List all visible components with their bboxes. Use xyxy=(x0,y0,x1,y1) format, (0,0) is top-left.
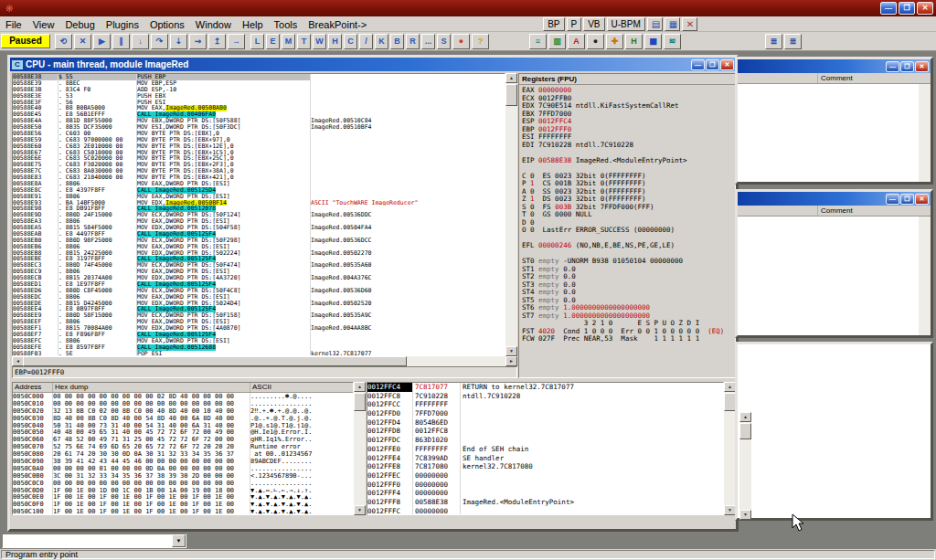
dump-row[interactable]: 0050C01000 00 00 00 00 00 00 00 00 00 00… xyxy=(13,400,353,407)
stack-row[interactable]: 0012FFF800588E38ImageRed.<ModuleEntryPoi… xyxy=(367,498,723,507)
minimize-button[interactable]: — xyxy=(880,2,897,15)
dump-row[interactable]: 0050C08020 61 74 20 30 30 0D 0A 30 31 32… xyxy=(13,450,353,458)
disasm-row[interactable]: 00588EEF. 8B06MOV EAX,DWORD PTR DS:[ESI] xyxy=(13,319,505,325)
disasm-row[interactable]: 00588EDC. 8B06MOV EAX,DWORD PTR DS:[ESI] xyxy=(13,294,505,301)
plugin-button-7[interactable]: ▦ xyxy=(644,34,662,49)
disasm-row[interactable]: 00588EF7. E8 F896F8FFCALL ImageRed.00512… xyxy=(13,332,505,338)
scroll-thumb[interactable] xyxy=(505,84,517,106)
log-icon[interactable]: ▤ xyxy=(647,17,663,31)
stack-row[interactable]: 0012FFF000000000 xyxy=(367,481,723,490)
dump-row[interactable]: 0050C0D01F 00 1E 00 1D 00 1C 00 1B 00 1A… xyxy=(13,487,353,494)
handles-button[interactable]: H xyxy=(328,34,342,49)
side2-close-button[interactable]: ✕ xyxy=(915,194,929,205)
disasm-row[interactable]: 00588EB0. 8B0D 98F25000MOV ECX,DWORD PTR… xyxy=(13,238,505,244)
dump-row[interactable]: 0050C0E01F 00 1E 00 1F 00 1E 00 1F 00 1E… xyxy=(13,493,353,501)
stack-row[interactable]: 0012FFDC863D1020 xyxy=(367,436,723,445)
dump-row[interactable]: 0050C0308D 40 00 8B C0 8D 40 00 54 8D 40… xyxy=(13,415,353,422)
threads-button[interactable]: T xyxy=(297,34,311,49)
side3-scrollbar[interactable]: ▲ ▼ xyxy=(739,412,751,520)
disasm-row[interactable]: 00588E3B. 83C4 F0ADD ESP,-10 xyxy=(13,87,505,93)
dump-row[interactable]: 0050C0B03C 00 31 32 33 34 35 36 37 38 39… xyxy=(13,472,353,480)
list-window-button-1[interactable]: ≣ xyxy=(765,34,782,49)
dump-row[interactable]: 0050C0A000 00 00 00 01 00 00 00 0D 0A 00… xyxy=(13,465,353,472)
run-trace-button[interactable]: ... xyxy=(421,34,435,49)
menu-view[interactable]: View xyxy=(27,18,60,31)
disasm-row[interactable]: 00588E98. E8 DB91F8FFCALL ImageRed.00512… xyxy=(13,206,505,212)
dump-row[interactable]: 0050C1001F 00 1E 00 1F 00 1E 00 1F 00 1E… xyxy=(13,508,353,515)
memory-map-button[interactable]: M xyxy=(282,34,295,49)
breakpoints-button[interactable]: B xyxy=(390,34,404,49)
disasm-row[interactable]: 00588E60. C683 2E010000 00MOV BYTE PTR D… xyxy=(13,143,505,150)
menu-button-bp[interactable]: BP xyxy=(543,17,564,31)
dump-row[interactable]: 0050C02032 13 8B C0 02 00 8B C0 00 40 8D… xyxy=(13,407,353,415)
scroll-down-button[interactable]: ▼ xyxy=(505,346,517,356)
scroll-up-button[interactable]: ▲ xyxy=(505,73,517,83)
side-window-1-titlebar[interactable]: — ❐ ✕ xyxy=(738,59,931,73)
dump-row[interactable]: 0050C06067 48 52 00 49 71 31 25 00 45 72… xyxy=(13,436,353,443)
pause-button[interactable]: ∥ xyxy=(112,34,130,49)
disasm-scrollbar[interactable]: ▲ ▼ xyxy=(505,73,517,356)
disasm-row[interactable]: 00588E50. 8B35 DCF35000MOV ESI,DWORD PTR… xyxy=(13,124,505,131)
windows-button[interactable]: W xyxy=(313,34,326,49)
disasm-row[interactable]: 00588EDE. 8B15 D4245000MOV EDX,DWORD PTR… xyxy=(13,301,505,307)
dump-scrollbar[interactable]: ▲ ▼ xyxy=(354,382,366,515)
registers-header[interactable]: Registers (FPU) xyxy=(519,74,735,85)
plugin-button-6[interactable]: H xyxy=(625,34,643,49)
stack-row[interactable]: 0012FFCCFFFFFFFF xyxy=(367,400,723,409)
disasm-row[interactable]: 00588EBE. E8 3197F8FFCALL ImageRed.00512… xyxy=(13,256,505,262)
menu-button-p[interactable]: P xyxy=(567,17,582,31)
disasm-row[interactable]: 00588E45. E8 56B1EFFFCALL ImageRed.00406… xyxy=(13,111,505,118)
disasm-row[interactable]: 00588E67. C683 C5010000 00MOV BYTE PTR D… xyxy=(13,150,505,156)
dump-row[interactable]: 0050C0F01F 00 1E 00 1F 00 1E 00 1F 00 1E… xyxy=(13,501,353,508)
dump-row[interactable]: 0050C04050 31 40 00 73 31 40 00 54 31 40… xyxy=(13,422,353,429)
log-button[interactable]: L xyxy=(250,34,264,49)
menu-plugins[interactable]: Plugins xyxy=(101,18,144,31)
disasm-row[interactable]: 00588E93. BA 14BF5000MOV EDX,ImageRed.00… xyxy=(13,200,505,206)
disasm-row[interactable]: 00588E39. 8BECMOV EBP,ESP xyxy=(13,80,505,87)
side2-scrollbar[interactable] xyxy=(919,217,931,335)
cpu-window-titlebar[interactable]: C CPU - main thread, module ImageRed — ❐… xyxy=(10,58,736,71)
scroll-thumb[interactable] xyxy=(354,393,366,411)
step-over-button[interactable]: ↷ xyxy=(151,34,168,49)
stack-row[interactable]: 0012FFC47C817077RETURN to kernel32.7C817… xyxy=(367,383,723,392)
stack-row[interactable]: 0012FFD48054B6ED xyxy=(367,418,723,428)
goto-button[interactable]: → xyxy=(228,34,245,49)
disasm-row[interactable]: 00588E59. C683 97000000 00MOV BYTE PTR D… xyxy=(13,137,505,143)
disasm-row[interactable]: 00588ED6. 8B0D C8F45000MOV ECX,DWORD PTR… xyxy=(13,288,505,294)
source-button[interactable]: S xyxy=(437,34,451,49)
call-stack-button[interactable]: K xyxy=(375,34,388,49)
command-combobox-value[interactable] xyxy=(3,534,172,547)
disasm-row[interactable]: 00588E4A. 8B1D 88F55000MOV EBX,DWORD PTR… xyxy=(13,118,505,124)
scroll-up-button[interactable]: ▲ xyxy=(739,412,751,422)
side1-col-blank[interactable] xyxy=(738,73,818,83)
dump-col-address[interactable]: Address xyxy=(13,383,53,392)
scroll-down-button[interactable]: ▼ xyxy=(739,510,751,520)
side-window-2-body[interactable] xyxy=(738,217,919,335)
disasm-row[interactable]: 00588EC3. 8B0D 74F45000MOV ECX,DWORD PTR… xyxy=(13,262,505,269)
side1-col-comment[interactable]: Comment xyxy=(818,73,931,83)
chevron-down-icon[interactable]: ▼ xyxy=(172,534,186,547)
disasm-row[interactable]: 00588E56. C603 00MOV BYTE PTR DS:[EBX],0 xyxy=(13,131,505,137)
menu-button-vb[interactable]: VB xyxy=(583,17,604,31)
stack-row[interactable]: 0012FFD80012FFC8 xyxy=(367,427,723,436)
side1-maximize-button[interactable]: ❐ xyxy=(900,61,914,72)
disasm-row[interactable]: 00588ECB. 8B15 20374A00MOV EDX,DWORD PTR… xyxy=(13,275,505,281)
stack-row[interactable]: 0012FFEC00000000 xyxy=(367,471,723,481)
side2-maximize-button[interactable]: ❐ xyxy=(900,194,914,205)
disasm-row[interactable]: 00588EC9. 8B06MOV EAX,DWORD PTR DS:[ESI] xyxy=(13,269,505,275)
side2-col-blank[interactable] xyxy=(738,206,818,216)
side-window-2-titlebar[interactable]: — ❐ ✕ xyxy=(738,192,931,206)
side1-scrollbar[interactable] xyxy=(919,84,931,182)
run-button[interactable]: ▶ xyxy=(93,34,111,49)
side2-minimize-button[interactable]: — xyxy=(886,194,899,205)
scroll-right-button[interactable]: ► xyxy=(505,356,517,366)
trace-over-button[interactable]: ⇝ xyxy=(189,34,207,49)
trace-into-button[interactable]: ⇣ xyxy=(170,34,187,49)
plugin-button-5[interactable]: ✚ xyxy=(606,34,623,49)
breakpoint-icon[interactable]: ● xyxy=(452,34,470,49)
disasm-row[interactable]: 00588EFC. 8B06MOV EAX,DWORD PTR DS:[ESI] xyxy=(13,338,505,344)
command-combobox[interactable]: ▼ xyxy=(2,534,186,548)
disasm-row[interactable]: 00588E3F. 56PUSH ESI xyxy=(13,100,505,106)
dump-col-hex[interactable]: Hex dump xyxy=(53,383,250,392)
stack-row[interactable]: 0012FFFC00000000 xyxy=(367,507,723,515)
